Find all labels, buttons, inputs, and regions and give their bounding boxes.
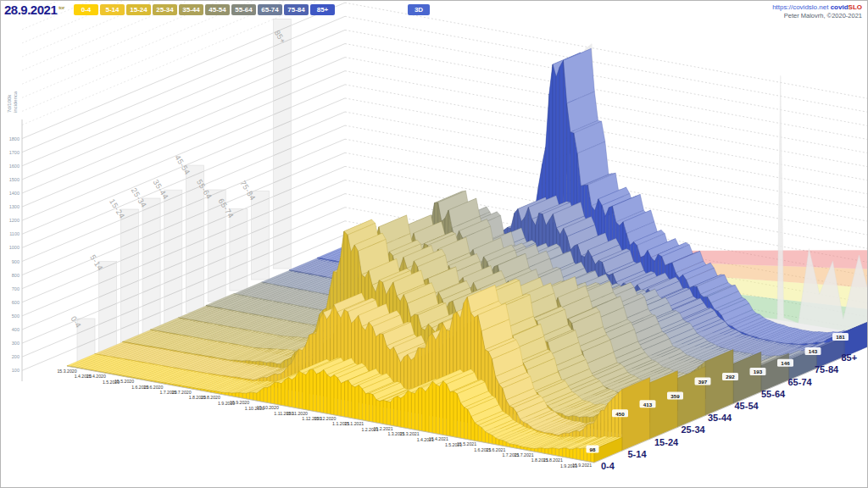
svg-text:15-24: 15-24: [108, 197, 126, 220]
selected-weekday: tor: [58, 5, 64, 10]
svg-text:193: 193: [754, 369, 763, 374]
svg-text:400: 400: [12, 327, 19, 332]
svg-text:15.10.2020: 15.10.2020: [257, 405, 279, 410]
svg-text:15.8.2021: 15.8.2021: [543, 458, 563, 463]
svg-text:75-84: 75-84: [815, 364, 839, 374]
svg-text:1600: 1600: [9, 164, 19, 169]
svg-text:15.1.2021: 15.1.2021: [344, 421, 364, 426]
age-button-45-54[interactable]: 45-54: [205, 4, 230, 15]
age-filter-buttons: 0-45-1415-2425-3435-4445-5455-6465-7475-…: [74, 4, 337, 19]
svg-text:1400: 1400: [9, 191, 19, 196]
svg-text:600: 600: [12, 300, 19, 305]
svg-text:1500: 1500: [9, 177, 19, 182]
svg-text:1300: 1300: [9, 204, 19, 209]
svg-text:35-44: 35-44: [152, 178, 170, 201]
header-bar: 28.9.2021tor 0-45-1415-2425-3435-4445-54…: [1, 1, 867, 21]
svg-text:15.5.2021: 15.5.2021: [457, 441, 476, 446]
age-button-85+[interactable]: 85+: [310, 4, 335, 15]
svg-text:15.3.2021: 15.3.2021: [399, 431, 419, 436]
mode-3d-button[interactable]: 3D: [408, 4, 430, 15]
svg-text:500: 500: [12, 313, 19, 319]
svg-text:15.4.2021: 15.4.2021: [429, 436, 448, 441]
svg-text:98: 98: [590, 446, 596, 452]
svg-text:200: 200: [12, 354, 19, 359]
svg-text:15.4.2020: 15.4.2020: [86, 374, 106, 379]
brand-slo: SLO: [849, 3, 862, 11]
svg-text:incidenca: incidenca: [13, 91, 18, 113]
svg-text:55-64: 55-64: [761, 389, 786, 399]
svg-text:397: 397: [698, 379, 708, 385]
value-axis-labels: 1002003004005006007008009001000110012001…: [7, 91, 19, 373]
age-button-5-14[interactable]: 5-14: [100, 4, 125, 15]
svg-text:15.7.2021: 15.7.2021: [514, 452, 533, 458]
svg-text:181: 181: [836, 334, 845, 340]
author-credit: Peter Malovrh, ©2020-2021: [772, 12, 862, 20]
covidslo-app: 1002003004005006007008009001000110012001…: [0, 0, 868, 488]
svg-text:450: 450: [615, 411, 625, 417]
svg-text:1100: 1100: [9, 231, 19, 236]
svg-text:413: 413: [643, 402, 653, 408]
svg-text:45-54: 45-54: [735, 401, 760, 411]
svg-text:15.11.2020: 15.11.2020: [286, 411, 308, 416]
svg-text:65-74: 65-74: [788, 377, 813, 387]
age-button-35-44[interactable]: 35-44: [179, 4, 203, 15]
svg-text:1800: 1800: [9, 136, 19, 141]
svg-text:35-44: 35-44: [708, 413, 732, 423]
svg-text:100: 100: [12, 368, 19, 373]
age-button-0-4[interactable]: 0-4: [74, 4, 98, 15]
svg-text:15.3.2020: 15.3.2020: [57, 369, 76, 374]
svg-text:15.12.2020: 15.12.2020: [314, 416, 336, 421]
age-button-25-34[interactable]: 25-34: [153, 4, 177, 15]
svg-text:15.7.2020: 15.7.2020: [171, 390, 191, 395]
svg-text:7d/100k: 7d/100k: [7, 94, 12, 113]
age-button-15-24[interactable]: 15-24: [126, 4, 151, 15]
svg-text:700: 700: [12, 286, 19, 291]
age-button-75-84[interactable]: 75-84: [284, 4, 309, 15]
svg-text:15.6.2020: 15.6.2020: [143, 385, 163, 390]
svg-text:15.5.2020: 15.5.2020: [114, 379, 134, 384]
svg-text:15.6.2021: 15.6.2021: [486, 447, 505, 452]
site-line: https://covidslo.net covidSLO: [772, 3, 862, 12]
site-credit-block: https://covidslo.net covidSLO Peter Malo…: [772, 3, 862, 20]
brand-covid: covid: [831, 3, 849, 11]
selected-date-value: 28.9.2021: [4, 3, 57, 17]
svg-text:0-4: 0-4: [601, 461, 615, 471]
svg-text:146: 146: [781, 360, 790, 366]
svg-text:15.9.2021: 15.9.2021: [572, 463, 592, 468]
svg-text:1000: 1000: [9, 245, 19, 250]
svg-text:85+: 85+: [842, 352, 858, 363]
svg-text:1700: 1700: [9, 150, 19, 155]
svg-text:15-24: 15-24: [654, 437, 679, 447]
svg-text:5-14: 5-14: [628, 449, 648, 459]
svg-text:300: 300: [12, 341, 19, 346]
svg-text:45-54: 45-54: [173, 153, 192, 176]
age-button-65-74[interactable]: 65-74: [258, 4, 282, 15]
site-url-link[interactable]: https://covidslo.net: [772, 3, 828, 11]
svg-text:143: 143: [809, 348, 818, 354]
svg-text:15.8.2020: 15.8.2020: [201, 395, 220, 400]
selected-date[interactable]: 28.9.2021tor: [4, 3, 64, 17]
svg-text:25-34: 25-34: [130, 186, 148, 209]
incidence-3d-chart: 1002003004005006007008009001000110012001…: [1, 1, 867, 487]
svg-text:1200: 1200: [9, 218, 19, 223]
svg-text:15.9.2020: 15.9.2020: [230, 400, 249, 405]
svg-text:292: 292: [726, 374, 735, 380]
age-button-55-64[interactable]: 55-64: [231, 4, 256, 15]
svg-text:25-34: 25-34: [682, 424, 706, 435]
svg-text:800: 800: [12, 273, 19, 278]
svg-text:359: 359: [670, 393, 680, 399]
svg-text:900: 900: [12, 259, 19, 264]
